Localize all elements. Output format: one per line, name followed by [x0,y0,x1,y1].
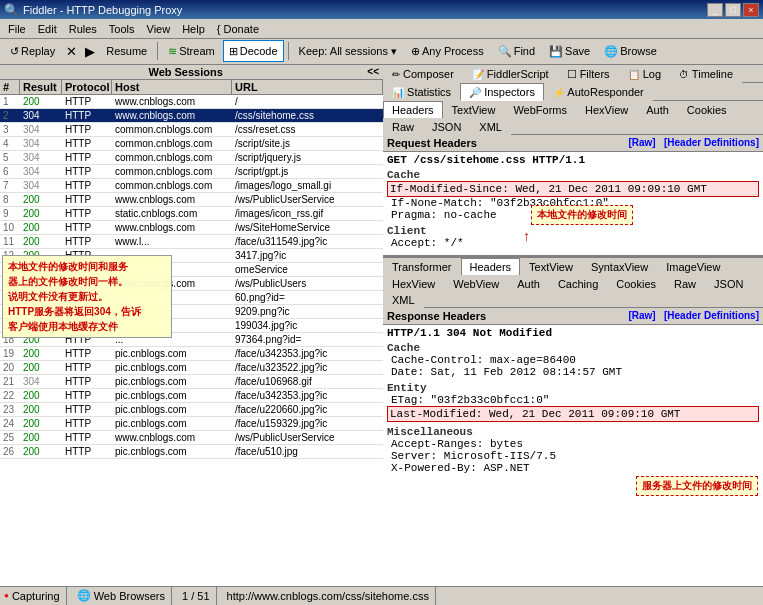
row-result: 200 [20,193,62,206]
table-row[interactable]: 4 304 HTTP common.cnblogs.com /script/si… [0,137,383,151]
resp-tab-auth[interactable]: Auth [508,275,549,292]
table-row[interactable]: 6 304 HTTP common.cnblogs.com /script/gp… [0,165,383,179]
resp-tab-transformer[interactable]: Transformer [383,258,461,276]
row-host: www.cnblogs.com [112,95,232,108]
table-row[interactable]: 24 200 HTTP pic.cnblogs.com /face/u15932… [0,417,383,431]
subtab-textview[interactable]: TextView [443,101,505,119]
table-row[interactable]: 8 200 HTTP www.cnblogs.com /ws/PublicUse… [0,193,383,207]
row-result: 200 [20,389,62,402]
table-row[interactable]: 11 200 HTTP www.l... /face/u311549.jpg?i… [0,235,383,249]
tab-inspectors[interactable]: 🔎 Inspectors [460,83,544,101]
tab-fiddlerscript[interactable]: 📝 FiddlerScript [463,65,558,83]
resp-tab-xml[interactable]: XML [383,291,424,308]
row-protocol: HTTP [62,389,112,402]
resume-button[interactable]: Resume [100,40,153,62]
table-row[interactable]: 18 200 HTTP ... 97364.png?id= [0,333,383,347]
subtab-json[interactable]: JSON [423,118,470,135]
resp-tab-raw[interactable]: Raw [665,275,705,292]
resp-tab-imageview[interactable]: ImageView [657,258,729,276]
subtab-auth[interactable]: Auth [637,101,678,119]
resp-tab-json[interactable]: JSON [705,275,752,292]
window-controls[interactable]: _ □ × [707,3,759,17]
etag-row: ETag: "03f2b33c0bfcc1:0" [387,394,759,406]
table-row[interactable]: 10 200 HTTP www.cnblogs.com /ws/SiteHome… [0,221,383,235]
table-row[interactable]: 3 304 HTTP common.cnblogs.com /css/reset… [0,123,383,137]
response-header-def-link[interactable]: [Header Definitions] [664,310,759,321]
table-header: # Result Protocol Host URL [0,80,383,95]
menu-view[interactable]: View [141,21,177,37]
resp-tab-cookies[interactable]: Cookies [607,275,665,292]
menu-rules[interactable]: Rules [63,21,103,37]
decode-button[interactable]: ⊞ Decode [223,40,284,62]
menu-file[interactable]: File [2,21,32,37]
row-protocol: HTTP [62,445,112,458]
table-row[interactable]: 25 200 HTTP www.cnblogs.com /ws/PublicUs… [0,431,383,445]
table-row[interactable]: 9 200 HTTP static.cnblogs.com /images/ic… [0,207,383,221]
resp-tab-caching[interactable]: Caching [549,275,607,292]
table-row[interactable]: 17 200 HTTP ... 199034.jpg?ic [0,319,383,333]
table-row[interactable]: 5 304 HTTP common.cnblogs.com /script/jq… [0,151,383,165]
row-result: 200 [20,277,62,290]
subtab-headers[interactable]: Headers [383,101,443,119]
table-row[interactable]: 14 200 HTTP www.cnblogs.com /ws/PublicUs… [0,277,383,291]
resp-tab-textview[interactable]: TextView [520,258,582,276]
maximize-button[interactable]: □ [725,3,741,17]
row-host: ... [112,249,232,262]
table-row[interactable]: 12 200 HTTP ... 3417.jpg?ic [0,249,383,263]
resp-tab-syntaxview[interactable]: SyntaxView [582,258,657,276]
tab-composer[interactable]: ✏ Composer [383,65,463,83]
table-row[interactable]: 16 200 HTTP ... 9209.png?ic [0,305,383,319]
browse-button[interactable]: 🌐 Browse [598,40,663,62]
tab-timeline[interactable]: ⏱ Timeline [670,65,742,83]
tab-statistics[interactable]: 📊 Statistics [383,83,460,101]
row-host: ... [112,291,232,304]
request-raw-link[interactable]: [Raw] [628,137,655,148]
minimize-button[interactable]: _ [707,3,723,17]
response-entity-section: Entity ETag: "03f2b33c0bfcc1:0" Last-Mod… [387,382,759,422]
stream-button[interactable]: ≋ Stream [162,40,220,62]
subtab-raw[interactable]: Raw [383,118,423,135]
subtab-hexview[interactable]: HexView [576,101,637,119]
menu-donate[interactable]: { Donate [211,21,265,37]
row-num: 17 [0,319,20,332]
tab-filters[interactable]: ☐ Filters [558,65,619,83]
subtab-cookies[interactable]: Cookies [678,101,736,119]
table-row[interactable]: 26 200 HTTP pic.cnblogs.com /face/u510.j… [0,445,383,459]
menu-tools[interactable]: Tools [103,21,141,37]
close-icon[interactable]: ✕ [63,44,80,59]
request-header-def-link[interactable]: [Header Definitions] [664,137,759,148]
resp-tab-hexview[interactable]: HexView [383,275,444,292]
table-row[interactable]: 22 200 HTTP pic.cnblogs.com /face/u34235… [0,389,383,403]
table-row[interactable]: 7 304 HTTP common.cnblogs.com /images/lo… [0,179,383,193]
process-button[interactable]: ⊕ Any Process [405,40,490,62]
collapse-button[interactable]: << [367,66,379,77]
sessions-header: Web Sessions << [0,65,383,80]
save-button[interactable]: 💾 Save [543,40,596,62]
resp-tab-webview[interactable]: WebView [444,275,508,292]
resp-tab-headers[interactable]: Headers [461,258,521,276]
window-title: Fiddler - HTTP Debugging Proxy [23,4,182,16]
close-button[interactable]: × [743,3,759,17]
tab-autoresponder[interactable]: ⚡ AutoResponder [544,83,653,101]
keep-button[interactable]: Keep: All sessions ▾ [293,40,403,62]
row-num: 13 [0,263,20,276]
subtab-xml[interactable]: XML [470,118,511,135]
table-row[interactable]: 1 200 HTTP www.cnblogs.com / [0,95,383,109]
table-row[interactable]: 2 304 HTTP www.cnblogs.com /css/sitehome… [0,109,383,123]
menu-edit[interactable]: Edit [32,21,63,37]
table-row[interactable]: 19 200 HTTP pic.cnblogs.com /face/u34235… [0,347,383,361]
tab-log[interactable]: 📋 Log [619,65,670,83]
menu-help[interactable]: Help [176,21,211,37]
table-row[interactable]: 21 304 HTTP pic.cnblogs.com /face/u10696… [0,375,383,389]
table-row[interactable]: 20 200 HTTP pic.cnblogs.com /face/u32352… [0,361,383,375]
table-row[interactable]: 13 200 HTTP ... omeService [0,263,383,277]
replay-button[interactable]: ↺ Replay [4,40,61,62]
play-icon[interactable]: ▶ [82,44,98,59]
separator-2 [288,42,289,60]
table-row[interactable]: 15 200 HTTP ... 60.png?id= [0,291,383,305]
subtab-webforms[interactable]: WebForms [504,101,576,119]
table-row[interactable]: 23 200 HTTP pic.cnblogs.com /face/u22066… [0,403,383,417]
find-button[interactable]: 🔍 Find [492,40,541,62]
request-line: GET /css/sitehome.css HTTP/1.1 [387,154,759,166]
response-raw-link[interactable]: [Raw] [628,310,655,321]
